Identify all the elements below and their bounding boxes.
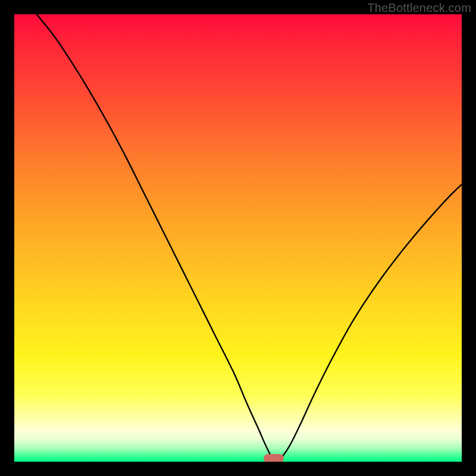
optimal-point-marker: [264, 454, 284, 462]
bottleneck-curve: [37, 14, 462, 461]
curve-svg: [14, 14, 462, 462]
plot-area: [14, 14, 462, 462]
attribution-label: TheBottleneck.com: [367, 1, 471, 15]
chart-container: TheBottleneck.com: [0, 0, 476, 476]
